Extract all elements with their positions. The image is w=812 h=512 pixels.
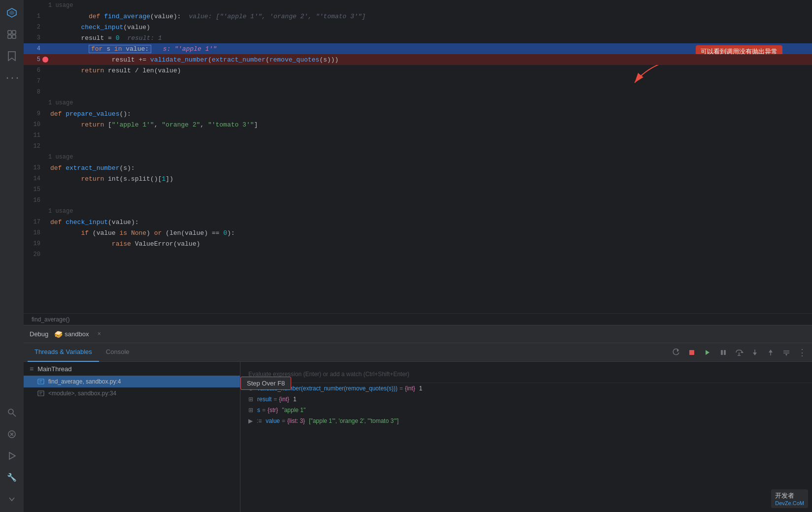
breakpoint-indicator[interactable] [42, 57, 48, 63]
watermark-line2: DevZe.CoM [775, 500, 804, 506]
debug-body: ≡ MainThread find_average, sandbox.py:4 … [24, 362, 812, 512]
code-line-19: 19 raise ValueError(value) [24, 238, 812, 249]
step-over-button[interactable] [733, 347, 745, 358]
tab-console[interactable]: Console [99, 343, 136, 362]
code-line-1: 1 def find_average(value):value: ["'appl… [24, 11, 812, 22]
stop-button[interactable] [686, 347, 698, 358]
code-line-11: 11 [24, 130, 812, 141]
resume-button[interactable] [702, 347, 713, 358]
thread-icon: ≡ [30, 365, 34, 373]
svg-rect-16 [721, 350, 723, 355]
svg-rect-28 [38, 379, 44, 384]
close-tab-button[interactable]: × [95, 330, 103, 339]
main-thread-item[interactable]: ≡ MainThread [24, 362, 240, 376]
expand-arrow-icon: ▶ [248, 417, 253, 424]
variable-item-1: ⊙ validate_number(extract_number(remove_… [240, 383, 812, 394]
plugin-icon[interactable]: 🔧 [3, 469, 21, 486]
activity-bar: ··· 🔧 [0, 0, 24, 512]
code-line-15: 15 [24, 184, 812, 195]
svg-marker-24 [769, 350, 773, 352]
variable-item-2: ⊞ result = {int} 1 [240, 394, 812, 405]
code-line-8: 8 [24, 87, 812, 97]
variables-panel: Evaluate expression (Enter) or add a wat… [240, 362, 812, 512]
sandbox-label: sandbox [65, 330, 89, 338]
code-line-2: 2 check_input(value) [24, 22, 812, 32]
svg-marker-11 [9, 452, 15, 459]
variable-item-4[interactable]: ▶ :≡ value = {list: 3} ["apple 1'", 'ora… [240, 416, 812, 426]
debugger-icon[interactable] [3, 425, 21, 443]
svg-marker-27 [785, 354, 787, 356]
main-thread-label: MainThread [37, 365, 71, 373]
usage-label-4: 1 usage [24, 206, 812, 217]
editor-area: 1 usage 1 def find_average(value):value:… [24, 0, 812, 325]
stack-frame-2-icon [37, 390, 44, 397]
debug-toolbar: ⋮ [670, 347, 808, 358]
search-icon[interactable] [3, 404, 21, 421]
svg-marker-22 [753, 352, 757, 355]
variable-item-3: ⊞ s = {str} "apple 1" [240, 405, 812, 416]
list-icon: :≡ [257, 417, 262, 424]
svg-rect-31 [38, 391, 44, 396]
svg-rect-5 [12, 35, 16, 38]
drop-frames-button[interactable] [780, 347, 792, 358]
debug-panel: Debug 🥪 sandbox × Threads & Variables Co… [24, 325, 812, 512]
step-into-button[interactable] [749, 347, 761, 358]
step-out-button[interactable] [765, 347, 777, 358]
svg-rect-2 [8, 31, 11, 34]
code-line-16: 16 [24, 195, 812, 206]
bookmark-icon[interactable] [3, 47, 21, 65]
code-line-14: 14 return int(s.split()[1]) [24, 173, 812, 184]
code-line-5: 5 result += validate_number(extract_numb… [24, 54, 812, 65]
usage-label-3: 1 usage [24, 152, 812, 162]
svg-line-7 [13, 414, 16, 416]
watermark-line1: 开发者 [775, 491, 804, 500]
more-icon[interactable]: ··· [3, 69, 21, 87]
main-content: 1 usage 1 def find_average(value):value:… [24, 0, 812, 512]
logo-icon[interactable] [3, 4, 21, 22]
run-icon[interactable] [3, 447, 21, 465]
debug-tab-bar: Threads & Variables Console [24, 343, 812, 362]
editor-status-text: find_average() [32, 316, 69, 323]
expression-hint: Evaluate expression (Enter) or add a wat… [240, 366, 812, 383]
debug-title: Debug [30, 330, 48, 338]
stack-frame-2-label: <module>, sandbox.py:34 [48, 390, 116, 397]
watermark: 开发者 DevZe.CoM [771, 489, 808, 508]
code-line-4: 4 for s in value: s: "'apple 1'" 可以看到调用没… [24, 43, 812, 54]
code-line-20: 20 [24, 249, 812, 260]
debug-header: Debug 🥪 sandbox × [24, 325, 812, 343]
stack-frame-2[interactable]: <module>, sandbox.py:34 [24, 387, 240, 399]
stack-frame-1[interactable]: find_average, sandbox.py:4 [24, 376, 240, 387]
pause-button[interactable] [717, 347, 729, 358]
bottom-chevron-icon[interactable] [3, 490, 21, 508]
svg-rect-17 [724, 350, 726, 355]
stack-frame-1-label: find_average, sandbox.py:4 [48, 378, 121, 385]
restart-button[interactable] [670, 347, 682, 358]
code-line-12: 12 [24, 141, 812, 152]
code-line-6: 6 return result / len(value) [24, 65, 812, 76]
code-line-13: 13 def extract_number(s): [24, 162, 812, 173]
group-icon[interactable] [3, 26, 21, 43]
threads-panel: ≡ MainThread find_average, sandbox.py:4 … [24, 362, 240, 512]
svg-rect-14 [689, 350, 694, 355]
usage-label-2: 1 usage [24, 97, 812, 108]
code-line-17: 17 def check_input(value): [24, 217, 812, 227]
stack-frame-icon [37, 378, 44, 385]
code-container: 1 usage 1 def find_average(value):value:… [24, 0, 812, 313]
step-over-tooltip: Step Over F8 [240, 377, 291, 390]
code-line-18: 18 if (value is None) or (len(value) == … [24, 227, 812, 238]
code-line-7: 7 [24, 76, 812, 87]
svg-rect-4 [8, 35, 11, 38]
svg-marker-1 [9, 10, 14, 15]
sandbox-emoji: 🥪 [54, 330, 63, 338]
svg-marker-18 [741, 351, 744, 353]
more-options-button[interactable]: ⋮ [796, 347, 808, 358]
editor-status-bar: find_average() [24, 313, 812, 325]
svg-point-6 [8, 409, 13, 414]
svg-marker-15 [706, 350, 710, 355]
code-line-10: 10 return ["'apple 1'", "orange 2", "'to… [24, 119, 812, 130]
svg-rect-3 [12, 31, 16, 34]
sandbox-tab[interactable]: 🥪 sandbox [54, 330, 89, 338]
tab-threads-variables[interactable]: Threads & Variables [28, 343, 99, 362]
code-line-9: 9 def prepare_values(): [24, 108, 812, 119]
